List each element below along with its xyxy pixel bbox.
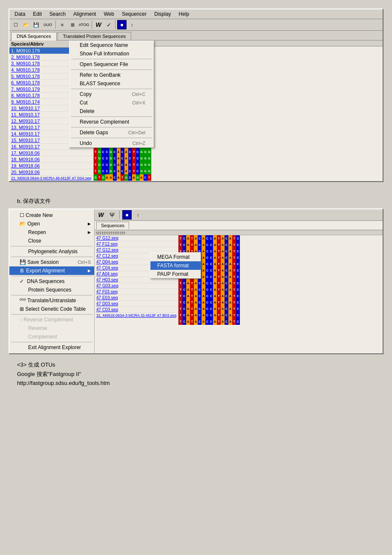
file-translate[interactable]: ⁰⁰⁰ Translate/Untranslate <box>9 296 94 305</box>
file-save-session[interactable]: 💾 Save Session Ctrl+S <box>9 258 94 266</box>
list-button[interactable]: ≡ <box>58 20 67 29</box>
dna-seq-row: GTGAACATGCAGACT <box>94 174 383 181</box>
dna-seq-row: TGCCGCACACTCGGG <box>94 168 383 174</box>
file-sep3 <box>11 276 92 276</box>
ctx-blast[interactable]: BLAST Sequence <box>69 79 154 88</box>
ctx-sep4 <box>71 116 152 117</box>
ctx-copy[interactable]: Copy Ctrl+C <box>69 90 154 98</box>
seq-row2-13[interactable]: 47 C03.seq <box>95 307 178 313</box>
italic-w2[interactable]: W <box>96 210 106 220</box>
file-close[interactable]: Close <box>9 237 94 245</box>
toolbar-sep4 <box>119 211 120 219</box>
ctx-delete-gaps[interactable]: Delete Gaps Ctrl+Del <box>69 128 154 137</box>
seq-row-18[interactable]: 18. M0918.06 <box>9 156 93 163</box>
tab-protein[interactable]: Translated Protein Sequences <box>58 32 132 40</box>
section3-line2: http://fastgroup.sdsu.edu/fg_tools.htm <box>17 380 375 386</box>
tab-dna[interactable]: DNA Sequences <box>11 32 57 40</box>
ctx-edit-name[interactable]: Edit Sequence Name <box>69 41 154 49</box>
file-reopen[interactable]: Reopen <box>9 228 94 237</box>
psi-btn[interactable]: Ψ <box>107 210 117 220</box>
ctx-delete[interactable]: Delete <box>69 107 154 116</box>
ctx-sep6 <box>71 138 152 138</box>
section-b-label: b. 保存该文件 <box>9 192 383 208</box>
dna-viz2: TCATACACCATACATCTCATACACCATACATCTCATACAC… <box>179 235 383 325</box>
ctx-reverse-comp[interactable]: Reverse Complement <box>69 118 154 126</box>
file-export-alignment[interactable]: 🗎 Export Alignment ▶ <box>9 266 94 275</box>
dna-rows2: TCATACACCATACATCTCATACACCATACATCTCATACAC… <box>179 235 383 325</box>
file-genetic-code[interactable]: ⊞ Select Genetic Code Table <box>9 305 94 313</box>
dna-seq-row: TCATACACCATACATC <box>179 235 383 242</box>
seq-row2-10[interactable]: 47 F03.seq <box>95 289 178 295</box>
dna-seq-row: TCATACACCATACATC <box>179 242 383 248</box>
menu-search[interactable]: Search <box>46 10 69 18</box>
menu-edit[interactable]: Edit <box>29 10 45 18</box>
arrows-button[interactable]: ↕ <box>127 20 137 29</box>
seq-row-20[interactable]: 20. M0918.06 <box>9 169 93 176</box>
file-open[interactable]: 📂 Open <box>9 220 94 228</box>
square-button[interactable]: ■ <box>117 20 127 29</box>
file-protein-sequences[interactable]: Protein Sequences <box>9 286 94 294</box>
seq-row2-12[interactable]: 47 D03.seq <box>95 301 178 307</box>
italic-w-button[interactable]: W <box>94 20 103 29</box>
dna-seq-row: TCATACACCATACATC <box>179 286 383 293</box>
file-phylo[interactable]: Phylogenetic Analysis <box>9 247 94 256</box>
dna-seq-row: TCATACACCATACATC <box>179 280 383 286</box>
file-sep1 <box>11 246 92 246</box>
panel2-layout: ☐ Create New 📂 Open Reopen Close Phyloge… <box>9 209 383 353</box>
submenu-paup[interactable]: PAUP Format <box>150 270 201 278</box>
toolbar-sep1 <box>55 20 56 29</box>
uuo-button[interactable]: UUO <box>42 20 54 29</box>
seq-row2-11[interactable]: 47 E03.seq <box>95 295 178 301</box>
file-menu: ☐ Create New 📂 Open Reopen Close Phyloge… <box>9 209 95 353</box>
ctx-undo[interactable]: Undo Ctrl+Z <box>69 139 154 147</box>
submenu-mega[interactable]: MEGA Format <box>150 253 201 261</box>
tab-bar: DNA Sequences Translated Protein Sequenc… <box>9 31 383 40</box>
menu-web[interactable]: Web <box>100 10 117 18</box>
menu-display[interactable]: Display <box>151 10 174 18</box>
ctx-show-info[interactable]: Show Full Information <box>69 49 154 58</box>
seq-row2-14[interactable]: 31. M0918.0634-3 MCRA 31-M13F 47 B03.seq <box>95 313 178 318</box>
right-tab-sequences[interactable]: Sequences <box>96 222 129 229</box>
ctx-sep3 <box>71 89 152 89</box>
open-button[interactable]: 📂 <box>21 20 31 29</box>
dna-seq-row: TCATACACCATACATC <box>179 248 383 254</box>
file-complement: Complement <box>9 332 94 341</box>
dna-seq-row: TCATACACCATACATC <box>179 254 383 261</box>
file-exit[interactable]: Exit Alignment Explorer <box>9 343 94 352</box>
right-tab-bar: Sequences <box>95 221 383 230</box>
file-dna-sequences[interactable]: ✓ DNA Sequences <box>9 277 94 286</box>
square2[interactable]: ■ <box>122 210 132 220</box>
seq-row2-2[interactable]: 47 F12.seq <box>95 241 178 247</box>
ctx-open-seq[interactable]: Open Sequencer File <box>69 60 154 69</box>
menu-help[interactable]: Help <box>175 10 193 18</box>
dna-seq-row: TGCCGCACACTCGGG <box>94 155 383 162</box>
ctx-genbank[interactable]: Refer to GenBank <box>69 71 154 79</box>
dna-seq-row: TCATACACCATACATC <box>179 299 383 306</box>
right-toolbar: W Ψ ■ ↕ <box>95 209 383 221</box>
arrows2[interactable]: ↕ <box>133 210 143 220</box>
seq-row-19[interactable]: 19. M0918.06 <box>9 163 93 169</box>
seq-row2-1[interactable]: 47 G12.seq <box>95 235 178 241</box>
dna-seq-row: TCATACACCATACATC <box>179 318 383 325</box>
sequence-list2: 47 G12.seq 47 F12.seq 47 G12.seq 47 C12.… <box>95 235 179 325</box>
ctx-cut[interactable]: Cut Ctrl+X <box>69 98 154 107</box>
seq-row-21[interactable]: 21. M0918.0644-3 MCRA 46-M13F 47 D04.seq <box>9 176 93 181</box>
check-button[interactable]: ✓ <box>104 20 113 29</box>
menu-alignment[interactable]: Alignment <box>70 10 99 18</box>
grid-button[interactable]: ⊞ <box>68 20 77 29</box>
dna-seq-row: TCATACACCATACATC <box>179 312 383 318</box>
menu-data[interactable]: Data <box>11 10 29 18</box>
section3-line1: Google 搜索"Fastgroup II" <box>17 370 375 378</box>
menu-sequencer[interactable]: Sequencer <box>118 10 150 18</box>
atog-button[interactable]: ATOG <box>78 20 90 29</box>
ctx-sep1 <box>71 59 152 59</box>
file-create-new[interactable]: ☐ Create New <box>9 211 94 220</box>
context-menu: Edit Sequence Name Show Full Information… <box>69 40 154 148</box>
save-button[interactable]: 💾 <box>32 20 41 29</box>
submenu-fasta[interactable]: FASTA format <box>150 261 201 270</box>
seq-row-17[interactable]: 17. M0918.06 <box>9 150 93 156</box>
right-content: 47 G12.seq 47 F12.seq 47 G12.seq 47 C12.… <box>95 235 383 325</box>
new-button[interactable]: ☐ <box>11 20 20 29</box>
dna-seq-row: TCATACACCATACATC <box>179 274 383 280</box>
seq-row2-9[interactable]: 47 G03.seq <box>95 283 178 289</box>
